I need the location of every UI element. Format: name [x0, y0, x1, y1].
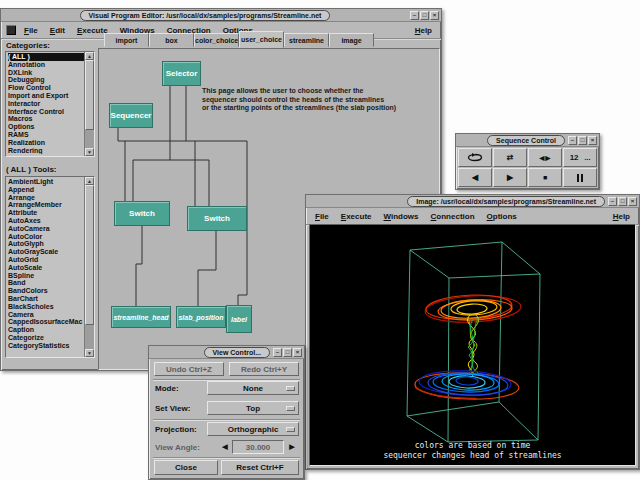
close-button[interactable]: Close	[154, 460, 218, 475]
node-streamline-head[interactable]: streamline_head	[111, 306, 171, 328]
sequence-control-titlebar[interactable]: Sequence Control – □ ×	[456, 134, 599, 147]
page-tab[interactable]: import	[104, 33, 149, 47]
scroll-up-icon[interactable]: ▲	[85, 177, 94, 185]
category-item[interactable]: Macros	[8, 115, 84, 123]
menu-item[interactable]: Options	[481, 212, 523, 221]
angle-decrease-button[interactable]: ◀	[219, 440, 231, 454]
categories-scrollbar[interactable]: ▲ ▼	[84, 52, 94, 156]
page-tab[interactable]: user_choice	[239, 31, 284, 48]
close-icon[interactable]: ×	[293, 348, 302, 357]
set-view-option-menu[interactable]: Top	[207, 401, 299, 415]
categories-list[interactable]: ( ALL )AnnotationDXLinkDebuggingFlow Con…	[5, 51, 95, 157]
tool-item[interactable]: BlackScholes	[8, 303, 84, 311]
scroll-down-icon[interactable]: ▼	[85, 349, 94, 357]
pause-button[interactable]	[563, 168, 597, 187]
category-item[interactable]: Annotation	[8, 61, 84, 69]
tool-item[interactable]: Caption	[8, 326, 84, 334]
tool-item[interactable]: BandColors	[8, 287, 84, 295]
vpe-titlebar[interactable]: Visual Program Editor: /usr/local/dx/sam…	[1, 9, 441, 22]
step-button[interactable]: ◀|▶	[528, 148, 562, 167]
menu-item-help[interactable]: Help	[607, 212, 636, 221]
image-render-area[interactable]: colors are based on time sequencer chang…	[309, 224, 636, 466]
minimize-icon[interactable]: –	[273, 348, 282, 357]
scroll-thumb[interactable]	[85, 185, 94, 325]
minimize-icon[interactable]: –	[608, 197, 617, 206]
maximize-icon[interactable]: □	[420, 11, 429, 20]
close-icon[interactable]: ×	[628, 197, 637, 206]
node-slab-position[interactable]: slab_position	[176, 306, 226, 328]
scroll-up-icon[interactable]: ▲	[85, 52, 94, 60]
close-icon[interactable]: ×	[588, 136, 597, 145]
tool-item[interactable]: Band	[8, 279, 84, 287]
menu-item-help[interactable]: Help	[409, 26, 438, 35]
scroll-thumb[interactable]	[85, 60, 94, 130]
projection-option-menu[interactable]: Orthographic	[207, 422, 299, 436]
tool-item[interactable]: BSpline	[8, 272, 84, 280]
tool-item[interactable]: Categorize	[8, 334, 84, 342]
tool-item[interactable]: CategoryStatistics	[8, 342, 84, 350]
menu-item[interactable]: Connection	[425, 212, 481, 221]
maximize-icon[interactable]: □	[618, 197, 627, 206]
category-item[interactable]: Import and Export	[8, 92, 84, 100]
category-item[interactable]: ( ALL )	[8, 53, 84, 61]
category-item[interactable]: Options	[8, 123, 84, 131]
tool-item[interactable]: CappedIsosurfaceMac	[8, 318, 84, 326]
mode-option-menu[interactable]: None	[207, 381, 299, 395]
tool-item[interactable]: BarChart	[8, 295, 84, 303]
tools-list[interactable]: AmbientLightAppendArrangeArrangeMemberAt…	[5, 176, 95, 358]
page-tab[interactable]: streamline	[284, 33, 329, 47]
view-angle-field[interactable]: 30.000	[232, 440, 284, 454]
node-switch-1[interactable]: Switch	[114, 201, 170, 226]
tool-item[interactable]: AutoGlyph	[8, 240, 84, 248]
menu-item[interactable]: Execute	[335, 212, 378, 221]
tool-item[interactable]: Arrange	[8, 194, 84, 202]
category-item[interactable]: Interface Control	[8, 108, 84, 116]
node-selector[interactable]: Selector	[162, 61, 201, 86]
image-titlebar[interactable]: Image: /usr/local/dx/samples/programs/St…	[306, 195, 639, 208]
undo-button[interactable]: Undo Ctrl+Z	[154, 362, 224, 376]
node-switch-2[interactable]: Switch	[187, 206, 247, 231]
tool-item[interactable]: ArrangeMember	[8, 201, 84, 209]
page-tab[interactable]: box	[149, 33, 194, 47]
node-sequencer[interactable]: Sequencer	[109, 103, 153, 128]
maximize-icon[interactable]: □	[283, 348, 292, 357]
tool-item[interactable]: Append	[8, 186, 84, 194]
tool-item[interactable]: AutoScale	[8, 264, 84, 272]
category-item[interactable]: Debugging	[8, 76, 84, 84]
menu-item[interactable]: File	[18, 26, 44, 35]
view-control-titlebar[interactable]: View Control... – □ ×	[149, 346, 304, 359]
page-tab[interactable]: image	[329, 33, 374, 47]
frame-count-button[interactable]: 12 ...	[563, 148, 597, 167]
category-item[interactable]: RAMS	[8, 131, 84, 139]
node-label[interactable]: label	[226, 305, 252, 333]
tool-item[interactable]: AutoAxes	[8, 217, 84, 225]
loop-button[interactable]	[458, 148, 492, 167]
close-icon[interactable]: ×	[430, 11, 439, 20]
maximize-icon[interactable]: □	[578, 136, 587, 145]
minimize-icon[interactable]: –	[568, 136, 577, 145]
tool-item[interactable]: AmbientLight	[8, 178, 84, 186]
tool-item[interactable]: Attribute	[8, 209, 84, 217]
tool-item[interactable]: Camera	[8, 311, 84, 319]
tool-item[interactable]: AutoGrayScale	[8, 248, 84, 256]
category-item[interactable]: Interactor	[8, 100, 84, 108]
category-item[interactable]: DXLink	[8, 69, 84, 77]
stop-button[interactable]: ■	[528, 168, 562, 187]
menu-item[interactable]: Windows	[378, 212, 425, 221]
page-tab[interactable]: color_choice	[194, 33, 239, 47]
category-item[interactable]: Realization	[8, 139, 84, 147]
play-button[interactable]: ▶	[493, 168, 527, 187]
reset-button[interactable]: Reset Ctrl+F	[221, 460, 299, 475]
category-item[interactable]: Flow Control	[8, 84, 84, 92]
redo-button[interactable]: Redo Ctrl+Y	[229, 362, 299, 376]
menu-item[interactable]: Edit	[44, 26, 71, 35]
palindrome-button[interactable]: ⇄	[493, 148, 527, 167]
angle-increase-button[interactable]: ▶	[286, 440, 298, 454]
minimize-icon[interactable]: –	[410, 11, 419, 20]
scroll-down-icon[interactable]: ▼	[85, 148, 94, 156]
step-back-button[interactable]: ◀	[458, 168, 492, 187]
tools-scrollbar[interactable]: ▲ ▼	[84, 177, 94, 357]
tool-item[interactable]: AutoGrid	[8, 256, 84, 264]
tool-item[interactable]: AutoColor	[8, 233, 84, 241]
menu-item[interactable]: File	[309, 212, 335, 221]
